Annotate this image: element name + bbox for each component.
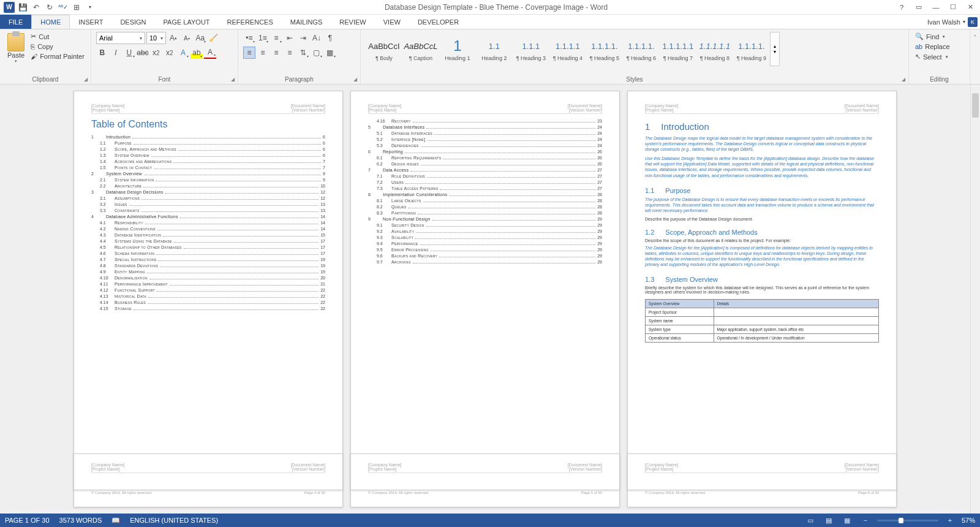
font-size-combo[interactable]: 10▾ [146, 32, 166, 44]
ribbon-display-icon[interactable]: ▭ [913, 1, 925, 13]
tab-developer[interactable]: DEVELOPER [409, 15, 467, 29]
cut-button[interactable]: ✂Cut [29, 32, 86, 41]
group-label-clipboard: Clipboard [5, 75, 86, 84]
styles-gallery[interactable]: AaBbCcI¶ BodyAaBbCcL¶ Caption1Heading 11… [366, 32, 780, 69]
group-label-font: Font [96, 75, 233, 84]
style--heading-7[interactable]: 1.1.1.1.1¶ Heading 7 [660, 32, 696, 66]
find-button[interactable]: 🔍Find▾ [914, 32, 951, 41]
group-styles: AaBbCcI¶ BodyAaBbCcL¶ Caption1Heading 11… [361, 29, 909, 84]
clear-formatting-icon[interactable]: 🧹 [208, 32, 220, 44]
font-launcher-icon[interactable]: ◢ [229, 75, 236, 83]
paste-label: Paste [7, 51, 24, 59]
group-label-styles: Styles [366, 75, 903, 84]
select-button[interactable]: ↖Select▾ [914, 52, 951, 61]
spelling-icon[interactable]: ᴬᴮ✓ [56, 1, 70, 14]
style--heading-4[interactable]: 1.1.1.1¶ Heading 4 [549, 32, 586, 66]
style--heading-6[interactable]: 1.1.1.1.¶ Heading 6 [623, 32, 660, 66]
multilevel-icon[interactable]: ≡▾ [270, 32, 282, 44]
group-paragraph: •≡▾ 1≡▾ ≡▾ ⇤ ⇥ A↓ ¶ ≡ ≡ ≡ ≡ ⇅▾ ▢▾ ▦▾ Par… [238, 29, 361, 84]
tab-view[interactable]: VIEW [375, 15, 409, 29]
strikethrough-icon[interactable]: abc [137, 47, 149, 59]
copy-button[interactable]: ⎘Copy [29, 42, 86, 51]
subscript-icon[interactable]: x2 [150, 47, 162, 59]
close-icon[interactable]: ✕ [964, 1, 976, 13]
title-bar: W 💾 ↶ ↻ ᴬᴮ✓ ⊞ ▾ Database Design Template… [0, 0, 980, 15]
style-heading-2[interactable]: 1.1Heading 2 [476, 32, 513, 66]
align-left-icon[interactable]: ≡ [243, 47, 255, 59]
maximize-icon[interactable]: ☐ [947, 1, 959, 13]
shrink-font-icon[interactable]: A▾ [181, 32, 193, 44]
tab-file[interactable]: FILE [0, 15, 31, 29]
numbering-icon[interactable]: 1≡▾ [257, 32, 269, 44]
collapse-ribbon-icon[interactable]: ˆ [970, 32, 980, 44]
user-name[interactable]: Ivan Walsh [927, 18, 960, 26]
save-icon[interactable]: 💾 [16, 1, 29, 14]
shading-icon[interactable]: ▢▾ [311, 47, 323, 59]
style-heading-1[interactable]: 1Heading 1 [439, 32, 476, 66]
group-label-editing: Editing [914, 75, 965, 84]
sort-icon[interactable]: A↓ [311, 32, 323, 44]
minimize-icon[interactable]: — [930, 1, 942, 13]
brush-icon: 🖌 [31, 53, 37, 60]
bullets-icon[interactable]: •≡▾ [243, 32, 255, 44]
change-case-icon[interactable]: Aa▾ [194, 32, 206, 44]
style--body[interactable]: AaBbCcI¶ Body [366, 32, 402, 66]
align-center-icon[interactable]: ≡ [257, 47, 269, 59]
tab-insert[interactable]: INSERT [70, 15, 111, 29]
font-name-combo[interactable]: Arial▾ [96, 32, 145, 44]
redo-icon[interactable]: ↻ [43, 1, 56, 14]
group-label-paragraph: Paragraph [243, 75, 355, 84]
paste-button[interactable]: Paste ▾ [5, 32, 27, 75]
tab-review[interactable]: REVIEW [331, 15, 374, 29]
qat-customize-icon[interactable]: ▾ [83, 1, 97, 14]
select-icon: ↖ [915, 53, 921, 61]
text-effects-icon[interactable]: A▾ [177, 47, 189, 59]
styles-launcher-icon[interactable]: ◢ [900, 75, 907, 83]
tab-page-layout[interactable]: PAGE LAYOUT [155, 15, 219, 29]
tab-home[interactable]: HOME [31, 15, 70, 29]
tab-mailings[interactable]: MAILINGS [282, 15, 331, 29]
help-icon[interactable]: ? [895, 1, 908, 13]
style--caption[interactable]: AaBbCcL¶ Caption [402, 32, 439, 66]
grow-font-icon[interactable]: A▴ [167, 32, 179, 44]
superscript-icon[interactable]: x2 [164, 47, 176, 59]
style--heading-3[interactable]: 1.1.1¶ Heading 3 [513, 32, 549, 66]
underline-icon[interactable]: U▾ [123, 47, 135, 59]
clipboard-launcher-icon[interactable]: ◢ [82, 75, 89, 83]
group-editing: 🔍Find▾ abReplace ↖Select▾ Editing [909, 29, 970, 84]
user-badge[interactable]: K [968, 17, 978, 27]
replace-button[interactable]: abReplace [914, 42, 951, 51]
window-title: Database Design Template - Blue Theme - … [97, 3, 895, 12]
font-color-icon[interactable]: A▾ [204, 47, 216, 59]
increase-indent-icon[interactable]: ⇥ [297, 32, 309, 44]
show-marks-icon[interactable]: ¶ [324, 32, 336, 44]
highlight-icon[interactable]: ab▾ [190, 47, 203, 59]
justify-icon[interactable]: ≡ [284, 47, 296, 59]
paste-icon [7, 33, 24, 51]
undo-icon[interactable]: ↶ [29, 1, 43, 14]
replace-icon: ab [915, 43, 922, 50]
tab-references[interactable]: REFERENCES [219, 15, 282, 29]
format-painter-button[interactable]: 🖌Format Painter [29, 52, 86, 61]
bold-icon[interactable]: B [96, 47, 108, 59]
style--heading-5[interactable]: 1.1.1.1.¶ Heading 5 [586, 32, 623, 66]
tab-design[interactable]: DESIGN [111, 15, 154, 29]
group-font: Arial▾ 10▾ A▴ A▾ Aa▾ 🧹 B I U▾ abc x2 x2 … [91, 29, 238, 84]
ribbon: Paste ▾ ✂Cut ⎘Copy 🖌Format Painter Clipb… [0, 29, 980, 85]
group-clipboard: Paste ▾ ✂Cut ⎘Copy 🖌Format Painter Clipb… [0, 29, 91, 84]
paragraph-launcher-icon[interactable]: ◢ [352, 75, 359, 83]
quick-access-icon[interactable]: ⊞ [70, 1, 83, 14]
copy-icon: ⎘ [31, 43, 35, 50]
find-icon: 🔍 [915, 32, 924, 40]
cut-icon: ✂ [31, 32, 36, 40]
style--heading-9[interactable]: 1.1.1.1.¶ Heading 9 [733, 32, 770, 66]
style--heading-8[interactable]: 1.1.1.1.1¶ Heading 8 [696, 32, 733, 66]
word-app-icon: W [2, 1, 16, 14]
styles-more-icon[interactable]: ▴▾ [770, 32, 780, 66]
decrease-indent-icon[interactable]: ⇤ [284, 32, 296, 44]
line-spacing-icon[interactable]: ⇅▾ [297, 47, 309, 59]
italic-icon[interactable]: I [110, 47, 122, 59]
ribbon-tabs: FILEHOMEINSERTDESIGNPAGE LAYOUTREFERENCE… [0, 15, 980, 29]
borders-icon[interactable]: ▦▾ [324, 47, 336, 59]
align-right-icon[interactable]: ≡ [270, 47, 282, 59]
